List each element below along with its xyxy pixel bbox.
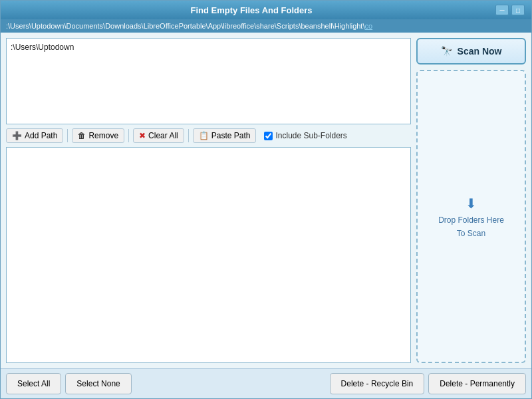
remove-button[interactable]: Remove: [72, 128, 124, 143]
drop-folders-line1: Drop Folders Here: [438, 215, 504, 225]
paste-icon: [199, 131, 209, 140]
restore-button[interactable]: □: [511, 5, 525, 15]
path-list-item[interactable]: :\Users\Uptodown: [11, 43, 406, 52]
left-panel: :\Users\Uptodown Add Path Remove Clear A…: [6, 38, 411, 363]
toolbar-divider-2: [128, 129, 129, 142]
minimize-button[interactable]: ─: [495, 5, 509, 15]
path-bar: :\Users\Uptodown\Documents\Downloads\Lib…: [1, 19, 531, 33]
title-bar: Find Empty Files And Folders ─ □: [1, 1, 531, 19]
toolbar-divider-1: [67, 129, 68, 142]
select-all-button[interactable]: Select All: [6, 373, 61, 394]
scan-now-button[interactable]: 🔭 Scan Now: [416, 38, 526, 65]
drop-zone[interactable]: Drop Folders Here To Scan: [416, 70, 526, 363]
binoculars-icon: 🔭: [441, 46, 452, 57]
select-none-button[interactable]: Select None: [65, 373, 131, 394]
add-path-button[interactable]: Add Path: [6, 128, 63, 143]
path-bar-text: :\Users\Uptodown\Documents\Downloads\Lib…: [6, 22, 364, 30]
drop-arrow-icon: [466, 196, 477, 211]
window-title: Find Empty Files And Folders: [7, 5, 495, 15]
main-window: Find Empty Files And Folders ─ □ :\Users…: [0, 0, 532, 399]
main-content: :\Users\Uptodown Add Path Remove Clear A…: [1, 33, 531, 368]
toolbar: Add Path Remove Clear All Paste Path: [6, 128, 411, 143]
path-bar-overflow: co: [364, 22, 372, 30]
add-icon: [12, 131, 22, 140]
drop-folders-line2: To Scan: [457, 229, 485, 238]
remove-icon: [78, 131, 86, 140]
toolbar-divider-3: [188, 129, 189, 142]
path-list-box[interactable]: :\Users\Uptodown: [6, 38, 411, 124]
clear-all-button[interactable]: Clear All: [133, 128, 184, 143]
include-sub-folders-checkbox[interactable]: [264, 132, 273, 140]
bottom-bar: Select All Select None Delete - Recycle …: [1, 368, 531, 398]
title-bar-controls: ─ □: [495, 5, 525, 15]
right-panel: 🔭 Scan Now Drop Folders Here To Scan: [416, 38, 526, 363]
results-area[interactable]: [6, 147, 411, 363]
paste-path-button[interactable]: Paste Path: [193, 128, 257, 143]
include-sub-folders-label[interactable]: Include Sub-Folders: [264, 131, 346, 140]
delete-recycle-button[interactable]: Delete - Recycle Bin: [330, 373, 425, 394]
clear-icon: [139, 131, 146, 140]
delete-permanent-button[interactable]: Delete - Permanently: [428, 373, 526, 394]
